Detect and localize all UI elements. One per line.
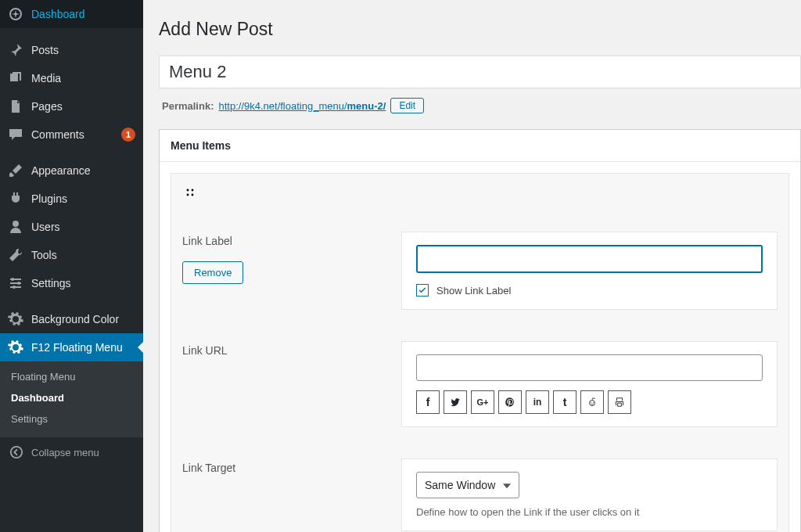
page-heading: Add New Post	[159, 19, 801, 40]
tumblr-icon[interactable]: t	[553, 390, 577, 414]
svg-point-9	[591, 402, 591, 403]
post-title-input[interactable]	[159, 56, 801, 88]
link-label-input[interactable]	[416, 245, 763, 273]
sidebar-item-label: Users	[31, 221, 135, 233]
sidebar-item-label: Plugins	[31, 192, 135, 205]
linkedin-icon[interactable]: in	[526, 390, 549, 414]
menu-item-panel: Link Label Remove Show Link Label Li	[171, 173, 789, 532]
row-link-label: Link Label Remove Show Link Label	[182, 232, 778, 310]
permalink-edit-button[interactable]: Edit	[390, 98, 424, 113]
sidebar-item-appearance[interactable]: Appearance	[0, 156, 143, 185]
svg-point-5	[192, 189, 194, 192]
sidebar-submenu: Floating Menu Dashboard Settings	[0, 361, 143, 437]
twitter-icon[interactable]	[444, 390, 467, 414]
pinterest-icon[interactable]	[498, 390, 522, 414]
sidebar-item-label: Tools	[31, 249, 135, 261]
page-icon	[8, 99, 23, 114]
pin-icon	[8, 42, 23, 58]
collapse-label: Collapse menu	[31, 447, 99, 458]
main-content: Add New Post Permalink: http://9k4.net/f…	[143, 0, 801, 532]
svg-point-3	[11, 447, 22, 458]
show-link-label-text: Show Link Label	[436, 285, 511, 297]
gear-icon	[8, 340, 23, 355]
sidebar-item-settings[interactable]: Settings	[0, 269, 143, 297]
sidebar-item-f12-floating-menu[interactable]: F12 Floating Menu	[0, 333, 143, 361]
collapse-icon	[9, 445, 23, 459]
sidebar-item-pages[interactable]: Pages	[0, 92, 143, 120]
sidebar-item-label: Comments	[31, 128, 113, 141]
link-target-select[interactable]: Same Window	[416, 472, 519, 498]
print-icon[interactable]	[608, 390, 631, 414]
svg-point-6	[187, 194, 189, 196]
sidebar-item-dashboard[interactable]: Dashboard	[0, 0, 143, 28]
brush-icon	[8, 163, 23, 178]
link-label-text: Link Label	[182, 235, 386, 247]
social-buttons: f G+ in t	[416, 390, 763, 414]
sidebar-item-label: Posts	[31, 44, 135, 56]
link-target-selected: Same Window	[425, 479, 495, 491]
row-link-target: Link Target Same Window Define how to op…	[182, 458, 778, 531]
sidebar-item-label: F12 Floating Menu	[31, 341, 135, 354]
svg-point-8	[590, 401, 595, 406]
media-icon	[8, 70, 23, 86]
submenu-floating-menu[interactable]: Floating Menu	[0, 366, 143, 387]
gear-icon	[8, 311, 23, 327]
user-icon	[8, 219, 23, 235]
permalink-label: Permalink:	[162, 100, 214, 112]
sidebar-item-tools[interactable]: Tools	[0, 241, 143, 269]
reddit-icon[interactable]	[580, 390, 604, 414]
sidebar-item-media[interactable]: Media	[0, 64, 143, 92]
row-link-url: Link URL f G+ in t	[182, 341, 778, 427]
sidebar-item-users[interactable]: Users	[0, 213, 143, 241]
svg-point-0	[11, 278, 14, 281]
link-target-text: Link Target	[182, 462, 386, 474]
sidebar-item-background-color[interactable]: Background Color	[0, 305, 143, 333]
google-plus-icon[interactable]: G+	[471, 390, 494, 414]
show-link-label-checkbox[interactable]	[416, 284, 429, 297]
link-target-hint: Define how to open the Link if the user …	[416, 506, 763, 518]
sliders-icon	[8, 275, 23, 291]
sidebar-item-label: Pages	[31, 100, 135, 113]
link-url-text: Link URL	[182, 344, 386, 357]
comment-icon	[8, 127, 23, 142]
remove-button[interactable]: Remove	[182, 261, 243, 284]
facebook-icon[interactable]: f	[416, 390, 440, 414]
wrench-icon	[8, 247, 23, 263]
collapse-menu[interactable]: Collapse menu	[0, 437, 143, 467]
sidebar-item-comments[interactable]: Comments 1	[0, 120, 143, 149]
svg-point-2	[13, 286, 16, 289]
permalink-base: http://9k4.net/floating_menu/	[218, 100, 347, 112]
sidebar-item-label: Settings	[31, 277, 135, 289]
submenu-dashboard[interactable]: Dashboard	[0, 387, 143, 408]
comments-badge: 1	[121, 128, 135, 142]
sidebar-item-plugins[interactable]: Plugins	[0, 185, 143, 213]
sidebar-item-label: Media	[31, 72, 135, 84]
sidebar-item-posts[interactable]: Posts	[0, 36, 143, 64]
link-url-input[interactable]	[416, 354, 763, 381]
dashboard-icon	[8, 6, 23, 22]
permalink-slug: menu-2/	[347, 100, 386, 112]
svg-point-1	[17, 282, 20, 285]
plug-icon	[8, 191, 23, 207]
svg-point-7	[192, 194, 194, 196]
svg-point-4	[187, 189, 189, 192]
admin-sidebar: Dashboard Posts Media Pages Comments 1 A…	[0, 0, 143, 532]
menu-items-box: Menu Items Link Label Remove Show	[159, 129, 801, 532]
permalink-link[interactable]: http://9k4.net/floating_menu/menu-2/	[218, 100, 386, 112]
drag-handle-icon[interactable]	[182, 185, 198, 200]
sidebar-item-label: Dashboard	[31, 8, 135, 20]
box-header: Menu Items	[160, 130, 800, 162]
sidebar-item-label: Appearance	[31, 164, 135, 177]
svg-point-10	[593, 402, 594, 403]
svg-point-11	[594, 398, 594, 399]
sidebar-item-label: Background Color	[31, 313, 135, 325]
permalink-row: Permalink: http://9k4.net/floating_menu/…	[162, 98, 801, 113]
submenu-settings[interactable]: Settings	[0, 408, 143, 430]
